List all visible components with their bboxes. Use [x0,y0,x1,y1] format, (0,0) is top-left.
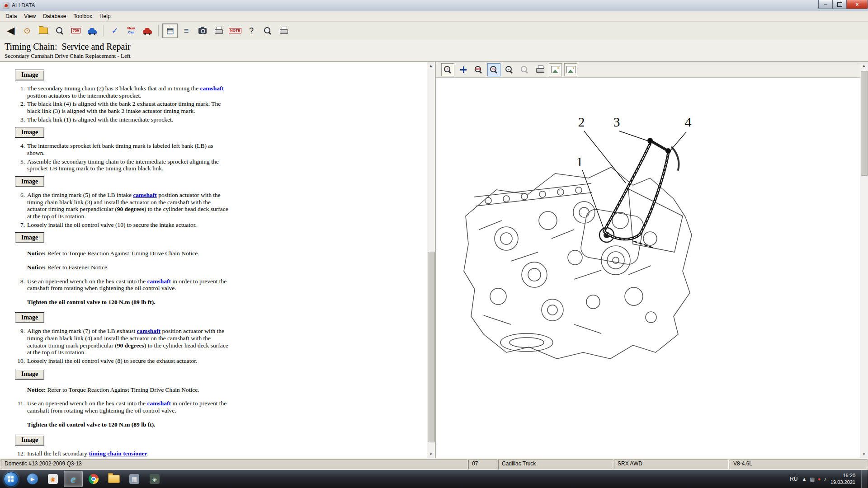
save-image-button-shape [566,66,576,73]
folder-icon[interactable] [36,23,51,38]
show-desktop-button[interactable] [861,470,867,488]
toolbar-separator [103,25,104,37]
graphics-view-button-shape [198,28,207,34]
zoom-window-button[interactable] [518,63,531,76]
list-item-text: Align the timing mark (5) of the LB inta… [27,192,231,220]
taskbar-apps [23,471,164,487]
alldata-window: ALLDATA – × DataViewDatabaseToolboxHelp … [0,0,868,488]
estimator-car-icon-shape [88,30,97,34]
check-mark-icon[interactable]: ✓ [107,23,123,38]
scroll-up-arrow-icon[interactable]: ▲ [860,62,868,70]
back-button[interactable]: ◀ [3,23,19,38]
taskbar-app-icon-1[interactable] [43,471,62,487]
zoom-in-button[interactable]: + [441,63,454,76]
menu-view[interactable]: View [20,12,39,21]
list-item: 1.The secondary timing chain (2) has 3 b… [0,85,427,99]
image-button[interactable]: Image [15,312,44,323]
list-item-number: 1. [0,85,27,99]
scrollbar-thumb[interactable] [861,71,868,176]
language-indicator[interactable]: RU [790,476,797,482]
list-item: 4.The intermediate sprocket left bank ti… [0,142,427,156]
list-item-number: 11. [0,400,27,414]
scroll-up-arrow-icon[interactable]: ▲ [427,62,434,70]
help-button[interactable]: ? [244,23,259,38]
estimator-car-icon[interactable] [85,23,100,38]
start-button[interactable] [4,472,19,487]
doc-link[interactable]: camshaft [147,400,171,407]
display-icon[interactable]: ▤ [810,477,814,482]
copy-image-button-shape [551,66,560,73]
image-button[interactable]: Image [15,127,44,138]
doc-link[interactable]: camshaft [137,328,161,334]
zoom-100-button-shape: 100 [475,66,482,74]
taskbar-app-icon-3[interactable] [145,471,164,487]
tsb-icon[interactable]: 750 [68,23,84,38]
hidden-icons-chevron-icon[interactable]: ▲ [802,477,807,482]
taskbar-media-player-icon-glyph [27,474,38,484]
note-icon[interactable]: NOTE [227,23,243,38]
close-button[interactable]: × [846,0,868,9]
doc-link[interactable]: camshaft [133,192,157,198]
pan-button[interactable] [457,63,470,76]
image-button[interactable]: Image [15,435,44,446]
toolbar-separator [158,25,159,37]
new-car-icon[interactable]: NewCar [123,23,139,38]
image-button-row: Image [15,312,427,323]
print-button[interactable] [211,23,226,38]
zoom-fit-button[interactable]: ▭ [487,63,500,76]
scroll-down-arrow-icon[interactable]: ▼ [427,450,434,458]
car-exchange-icon[interactable] [140,23,155,38]
scrollbar-thumb[interactable] [428,252,435,442]
taskbar-internet-explorer-icon[interactable] [64,471,83,487]
zoom-fit-button-shape: ▭ [490,66,498,74]
article-view-button[interactable]: ▤ [162,23,178,38]
maximize-button[interactable] [833,0,846,9]
status-model: SRX AWD [614,460,729,469]
zoom-out-button-sub: – [505,67,512,70]
taskbar-media-player-icon[interactable] [23,471,42,487]
clock[interactable]: 16:20 19.03.2021 [830,472,857,486]
doc-link[interactable]: camshaft [147,278,171,285]
image-button[interactable]: Image [15,70,44,80]
taskbar-app-icon-2[interactable] [125,471,144,487]
volume-icon[interactable]: ♪ [824,477,826,482]
graphics-view-button[interactable] [195,23,210,38]
image-button-row: Image [15,127,427,138]
taskbar-chrome-icon[interactable] [84,471,103,487]
image-button[interactable]: Image [15,176,44,187]
list-item-text: Assemble the secondary timing chain to t… [27,158,231,172]
scroll-down-arrow-icon[interactable]: ▼ [860,450,868,458]
doc-link[interactable]: camshaft [200,85,224,92]
doc-link[interactable]: timing chain tensioner [89,450,147,457]
torque-paragraph: Tighten the oil control valve to 120 N.m… [0,299,231,306]
document-search-icon[interactable] [52,23,67,38]
list-item-number: 6. [0,192,27,220]
copy-image-button[interactable] [549,63,562,76]
minimize-button[interactable]: – [818,0,833,9]
vehicle-history-icon[interactable]: ⊙ [19,23,35,38]
list-item-text: The secondary timing chain (2) has 3 bla… [27,85,231,99]
print-image-button[interactable] [533,63,547,76]
notice-paragraph: Notice: Refer to Torque Reaction Against… [0,250,231,257]
image-button[interactable]: Image [15,369,44,380]
taskbar-internet-explorer-icon-glyph [71,473,76,485]
zoom-out-button[interactable]: – [503,63,516,76]
taskbar-explorer-icon[interactable] [104,471,123,487]
list-item-text: The black link (1) is aligned with the i… [27,116,231,123]
zoom-100-button[interactable]: 100 [472,63,485,76]
back-button-glyph: ◀ [7,26,15,36]
image-button[interactable]: Image [15,232,44,243]
save-image-button[interactable] [564,63,577,76]
list-item: 7.Loosely install the oil control valve … [0,221,427,229]
alert-icon[interactable]: ● [818,477,821,482]
content-search-icon[interactable] [260,23,275,38]
article-scrollbar[interactable]: ▲ ▼ [427,62,435,458]
print-preview-button[interactable] [276,23,292,38]
text-view-button[interactable]: ≡ [179,23,194,38]
menu-toolbox[interactable]: Toolbox [70,12,96,21]
list-item-text: The black link (4) is aligned with the b… [27,100,231,114]
menu-data[interactable]: Data [2,12,20,21]
menu-help[interactable]: Help [96,12,114,21]
viewer-scrollbar[interactable]: ▲ ▼ [860,62,868,458]
menu-database[interactable]: Database [39,12,70,21]
